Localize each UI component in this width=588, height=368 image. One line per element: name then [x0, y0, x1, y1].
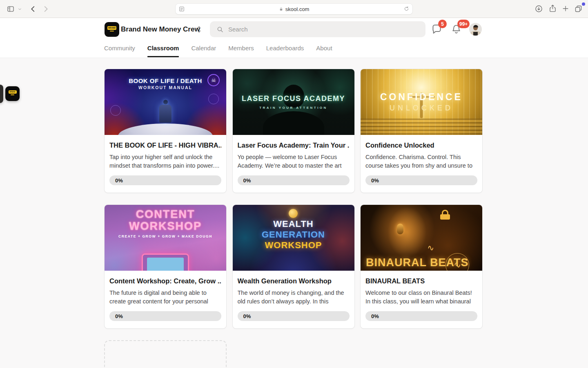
downloads-icon[interactable] — [535, 4, 543, 13]
search-icon — [216, 26, 224, 33]
url-text: skool.com — [176, 4, 412, 14]
course-title: Confidence Unlocked — [365, 141, 477, 149]
community-switcher-icon[interactable] — [196, 25, 202, 36]
search-input[interactable] — [228, 26, 425, 33]
tab-about[interactable]: About — [316, 44, 332, 58]
new-tab-icon[interactable] — [561, 4, 570, 13]
course-title: Laser Focus Academy: Train Your ... — [238, 141, 350, 149]
progress-value: 0% — [371, 177, 379, 184]
search-bar[interactable] — [210, 21, 425, 37]
community-name[interactable]: Brand New Money Crew — [121, 22, 200, 37]
course-card-book-of-life[interactable]: ☠ BOOK OF LIFE / DEATH WORKOUT MANUAL TH… — [104, 69, 227, 193]
reload-icon[interactable] — [403, 6, 410, 12]
status-dot — [582, 2, 585, 6]
site-header: BRAND NEW Brand New Money Crew 5 — [0, 18, 588, 58]
rune-orb-icon — [208, 94, 219, 104]
progress-value: 0% — [243, 313, 251, 319]
figure-graphic — [159, 100, 172, 123]
course-description: The future is digital and being able to … — [109, 289, 221, 306]
rune-orb-icon — [110, 105, 121, 116]
notifications-badge: 99+ — [457, 20, 470, 28]
progress-value: 0% — [115, 177, 123, 184]
sidebar-toggle-icon[interactable] — [7, 5, 15, 13]
tls-lock-icon — [279, 7, 283, 11]
course-title: Wealth Generation Workshop — [238, 277, 350, 285]
stairs-graphic — [361, 119, 482, 135]
tab-community[interactable]: Community — [104, 44, 135, 58]
skool-page: BRAND NEW Brand New Money Crew 5 — [0, 18, 588, 368]
forward-button-icon[interactable] — [41, 4, 50, 13]
neon-screen-graphic — [142, 254, 189, 271]
course-description: Tap into your higher self and unlock the… — [109, 153, 221, 170]
open-book-graphic — [118, 123, 213, 135]
progress-value: 0% — [371, 313, 379, 319]
lock-icon — [440, 210, 450, 220]
screen: skool.com BRAND NEW — [0, 0, 588, 368]
user-avatar[interactable] — [469, 23, 482, 36]
course-description: Confidence. Charisma. Control. This cour… — [365, 153, 477, 170]
course-card-binaural-beats[interactable]: ∿ ∿ BINAURAL BEATS BINAURAL BEATS Welcom… — [360, 204, 483, 329]
tab-members[interactable]: Members — [228, 44, 254, 58]
tab-classroom[interactable]: Classroom — [147, 44, 179, 58]
course-description: Welcome to our class on Binaural Beats! … — [365, 289, 477, 306]
share-icon[interactable] — [548, 4, 557, 13]
course-grid: ☠ BOOK OF LIFE / DEATH WORKOUT MANUAL TH… — [104, 69, 483, 368]
course-card-content-workshop[interactable]: CONTENT WORKSHOP CREATE + GROW + GROW + … — [104, 204, 227, 329]
course-card-wealth-generation[interactable]: WEALTH GENERATION WORKSHOP Wealth Genera… — [232, 204, 355, 329]
progress-bar: 0% — [238, 311, 350, 321]
progress-bar: 0% — [238, 175, 350, 185]
community-nav-tabs: Community Classroom Calendar Members Lea… — [104, 44, 345, 58]
tab-overview-icon[interactable] — [574, 4, 583, 13]
empty-course-slot[interactable] — [104, 340, 227, 368]
skull-icon: ☠ — [207, 74, 220, 86]
course-thumbnail: CONTENT WORKSHOP CREATE + GROW + GROW + … — [105, 205, 226, 271]
headphone-graphic — [397, 224, 403, 234]
chat-badge: 5 — [438, 20, 447, 28]
community-logo-mark: BRAND NEW — [107, 26, 116, 30]
head-glow-graphic — [388, 206, 427, 258]
active-tab-underline — [147, 56, 179, 57]
progress-bar: 0% — [109, 175, 221, 185]
progress-bar: 0% — [365, 311, 477, 321]
address-bar[interactable]: skool.com — [176, 4, 412, 14]
waveform-icon: ∿ — [427, 243, 434, 253]
community-logo[interactable]: BRAND NEW — [105, 22, 119, 37]
progress-value: 0% — [243, 177, 251, 184]
course-title: BINAURAL BEATS — [365, 277, 477, 285]
course-card-laser-focus[interactable]: LASER FOCUS ACADEMY TRAIN YOUR ATTENTION… — [232, 69, 355, 193]
silhouette-graphic — [263, 111, 324, 135]
course-description: Yo people — welcome to Laser Focus Acade… — [238, 153, 350, 170]
back-button-icon[interactable] — [29, 4, 38, 13]
course-thumbnail: ∿ ∿ BINAURAL BEATS — [361, 205, 482, 271]
course-card-confidence-unlocked[interactable]: CONFIDENCE UNLOCKED Confidence Unlocked … — [360, 69, 483, 193]
tab-calendar[interactable]: Calendar — [191, 44, 216, 58]
sidebar-chevron-down-icon[interactable] — [18, 7, 22, 11]
progress-value: 0% — [115, 313, 123, 319]
course-title: THE BOOK OF LIFE - HIGH VIBRA... — [109, 141, 221, 149]
browser-toolbar: skool.com — [0, 0, 588, 18]
progress-bar: 0% — [365, 175, 477, 185]
course-title: Content Workshop: Create, Grow ... — [109, 277, 221, 285]
stage-manager-window-partial[interactable] — [0, 85, 3, 103]
progress-bar: 0% — [109, 311, 221, 321]
course-description: The world of money is changing, and the … — [238, 289, 350, 306]
course-thumbnail: WEALTH GENERATION WORKSHOP — [233, 205, 354, 271]
stage-manager-window-thumbnail[interactable]: BRAND NEW — [5, 86, 20, 101]
course-thumbnail: ☠ BOOK OF LIFE / DEATH WORKOUT MANUAL — [105, 69, 226, 135]
course-thumbnail: LASER FOCUS ACADEMY TRAIN YOUR ATTENTION — [233, 69, 354, 135]
tab-leaderboards[interactable]: Leaderboards — [266, 44, 304, 58]
course-thumbnail: CONFIDENCE UNLOCKED — [361, 69, 482, 135]
